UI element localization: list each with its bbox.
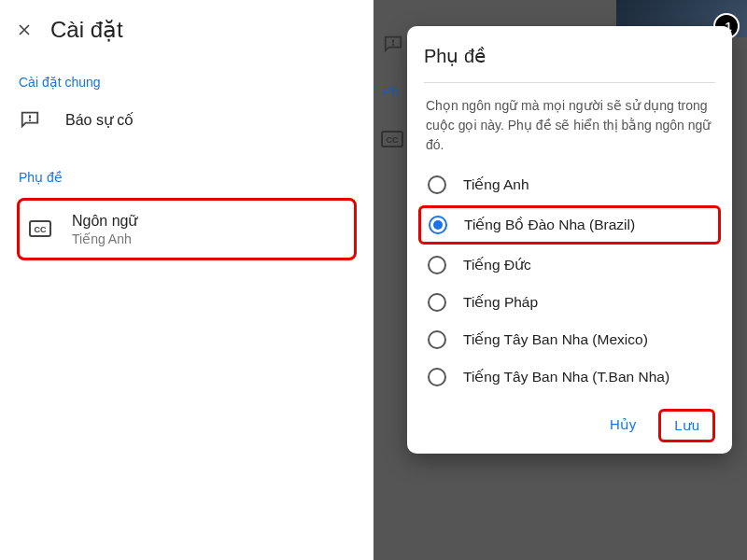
language-setting-row[interactable]: CC Ngôn ngữ Tiếng Anh xyxy=(17,198,357,260)
svg-text:CC: CC xyxy=(387,135,399,145)
report-issue-row[interactable]: Báo sự cố xyxy=(0,95,374,144)
close-icon[interactable] xyxy=(15,21,41,39)
language-option-label: Tiếng Anh xyxy=(463,176,529,193)
radio-icon xyxy=(428,293,446,312)
svg-rect-1 xyxy=(29,119,31,121)
language-option-label: Tiếng Tây Ban Nha (T.Ban Nha) xyxy=(463,369,669,385)
section-general-label: Cài đặt chung xyxy=(0,49,374,95)
settings-header: Cài đặt xyxy=(0,0,374,49)
dialog-title: Phụ đề xyxy=(424,45,715,83)
radio-icon xyxy=(429,216,447,234)
cancel-button[interactable]: Hủy xyxy=(597,409,649,442)
save-button[interactable]: Lưu xyxy=(658,409,715,442)
language-option-label: Tiếng Bồ Đào Nha (Brazil) xyxy=(464,217,635,233)
dialog-backdrop: -1 Ph CC Phụ đề Chọn ngôn ngữ mà mọi ngư… xyxy=(374,0,747,560)
svg-rect-0 xyxy=(29,115,31,119)
dialog-actions: Hủy Lưu xyxy=(424,396,715,442)
bg-section-label: Ph xyxy=(383,84,399,99)
dialog-description: Chọn ngôn ngữ mà mọi người sẽ sử dụng tr… xyxy=(424,83,715,166)
settings-panel: Cài đặt Cài đặt chung Báo sự cố Phụ đề C… xyxy=(0,0,374,560)
svg-rect-4 xyxy=(392,39,394,43)
language-option-label: Tiếng Pháp xyxy=(463,294,538,311)
radio-icon xyxy=(428,330,446,349)
language-option[interactable]: Tiếng Đức xyxy=(424,246,715,284)
language-option[interactable]: Tiếng Pháp xyxy=(424,284,715,321)
language-option-label: Tiếng Tây Ban Nha (Mexico) xyxy=(463,331,648,348)
language-option[interactable]: Tiếng Bồ Đào Nha (Brazil) xyxy=(418,205,721,245)
captions-dialog: Phụ đề Chọn ngôn ngữ mà mọi người sẽ sử … xyxy=(407,26,732,454)
report-issue-label: Báo sự cố xyxy=(65,111,134,129)
settings-title: Cài đặt xyxy=(50,17,123,43)
radio-icon xyxy=(428,175,446,194)
radio-icon xyxy=(428,256,446,274)
language-texts: Ngôn ngữ Tiếng Anh xyxy=(72,212,138,246)
svg-text:CC: CC xyxy=(35,225,47,234)
language-option[interactable]: Tiếng Anh xyxy=(424,166,715,203)
feedback-icon xyxy=(19,108,41,131)
cc-icon: CC xyxy=(29,218,51,241)
language-title: Ngôn ngữ xyxy=(72,212,138,230)
svg-rect-5 xyxy=(392,44,394,46)
radio-icon xyxy=(428,368,446,386)
language-value: Tiếng Anh xyxy=(72,231,138,246)
language-option-label: Tiếng Đức xyxy=(463,257,531,273)
cc-icon: CC xyxy=(381,131,403,149)
language-radio-group: Tiếng AnhTiếng Bồ Đào Nha (Brazil)Tiếng … xyxy=(424,166,715,396)
section-captions-label: Phụ đề xyxy=(0,144,374,190)
language-option[interactable]: Tiếng Tây Ban Nha (Mexico) xyxy=(424,321,715,358)
feedback-icon xyxy=(383,34,403,54)
language-option[interactable]: Tiếng Tây Ban Nha (T.Ban Nha) xyxy=(424,358,715,396)
